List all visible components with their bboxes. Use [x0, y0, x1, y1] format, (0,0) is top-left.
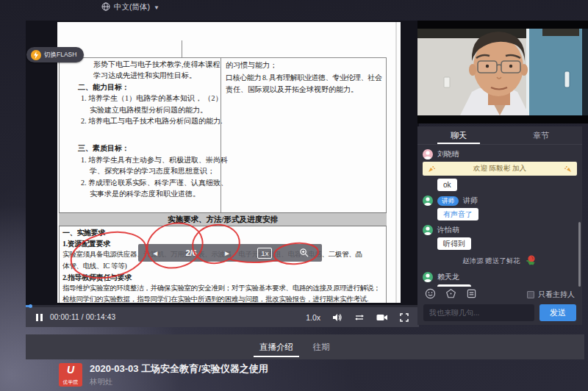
logo-glyph: U: [59, 364, 82, 376]
chat-username: 讲师: [463, 196, 478, 206]
gift-system-message: 赵沛源 赠送了鲜花: [423, 254, 577, 268]
avatar: [423, 149, 433, 159]
slide-heading: 2.指导教师责任与要求: [62, 272, 397, 283]
slide-text: 学习达成先进性和实用性目标。: [93, 70, 222, 81]
slide-text: 体管、电线、IC 等等): [62, 261, 397, 272]
course-list-item[interactable]: U 优学院 2020-03-03 工场安全教育/实验仪器之使用 林明灶: [59, 363, 268, 387]
slide-right-column: 的习惯与能力； 口核心能力 8. 具有理解职业道德、专业伦理、社会 责任、国际观…: [226, 60, 386, 96]
chat-input-row: 发送: [423, 304, 576, 321]
chat-messages: 刘晓晴 欢迎 陈毅彬 加入 ok 讲师 讲师 有声音了: [417, 146, 582, 287]
video-player-area: 形势下电工与电子技术教学,使得本课程 学习达成先进性和实用性目标。 二、能力目标…: [26, 21, 419, 327]
only-host-checkbox[interactable]: [527, 291, 534, 298]
zoom-in-icon[interactable]: [299, 248, 309, 259]
slide-heading: 三、素质目标：: [78, 143, 222, 154]
next-page-icon[interactable]: ►: [223, 249, 231, 257]
chat-tab-bar: 聊天 章节: [417, 126, 582, 145]
avatar: [423, 225, 433, 235]
course-title: 2020-03-03 工场安全教育/实验仪器之使用: [90, 363, 268, 375]
slide-text: 的习惯与能力；: [226, 60, 386, 72]
chat-message-row: 刘晓晴: [423, 148, 577, 160]
slide-text: 检核同学们的实验数据，指导同学们在实验中所遇到的困难与问题，批改实验报告，进行期…: [62, 294, 397, 303]
slide-heading: 一、实施要求: [62, 227, 397, 238]
volume-icon[interactable]: [332, 313, 343, 322]
welcome-banner: 欢迎 陈毅彬 加入: [423, 162, 577, 176]
chat-message-row: 许怡萌: [423, 224, 577, 236]
party-popper-icon: [428, 162, 435, 176]
slide-text: 责任、国际观以及开拓全球视野的能力。: [226, 84, 386, 96]
chat-bubble: 听得到: [437, 237, 471, 250]
page-indicator: 2/6: [185, 248, 196, 257]
logo-text: 优学院: [59, 379, 82, 386]
tab-live-intro[interactable]: 直播介绍: [254, 334, 299, 359]
chat-bubble: ok: [437, 179, 457, 191]
slide-body: 一、实施要求 1.资源配置要求 实验室须具备电源供应器、计算机、万用数字表、示波…: [62, 227, 397, 303]
send-button[interactable]: 发送: [539, 304, 576, 321]
page: 中文(简体) ▼ 形势下电工与电子技术教学,使得本课程 学习达成先进性和实用性目…: [0, 0, 588, 391]
chat-scrollbar[interactable]: [578, 222, 581, 287]
pause-button[interactable]: [36, 314, 43, 321]
slide-left-column: 形势下电工与电子技术教学,使得本课程 学习达成先进性和实用性目标。 二、能力目标…: [74, 59, 222, 199]
document-toolbar: ◄ 2/6 ► 1x: [138, 244, 322, 262]
table-border: [59, 57, 60, 303]
table-border: [182, 40, 182, 57]
chat-input[interactable]: [423, 304, 534, 321]
avatar: [423, 272, 433, 282]
course-instructor: 林明灶: [90, 377, 268, 387]
language-label: 中文(简体): [114, 2, 150, 12]
welcome-banner-text: 欢迎 陈毅彬 加入: [435, 164, 564, 173]
only-host-toggle[interactable]: 只看主持人: [527, 290, 575, 300]
bottom-tab-bar: 直播介绍 往期: [26, 334, 584, 359]
tab-past-sessions[interactable]: 往期: [308, 334, 334, 359]
chat-toolbar: 只看主持人: [417, 287, 582, 303]
chat-message-row: 赖天龙: [423, 271, 577, 283]
chevron-down-icon: ▼: [154, 4, 159, 11]
slide-text: 口核心能力 8. 具有理解职业道德、专业伦理、社会: [226, 72, 386, 85]
slide-text: [74, 126, 222, 143]
party-popper-icon: [564, 162, 572, 176]
globe-icon: [101, 2, 110, 12]
webcam-video-frame: [417, 29, 588, 115]
only-host-label: 只看主持人: [538, 290, 575, 300]
flash-icon: [31, 50, 41, 60]
tab-chapters[interactable]: 章节: [500, 126, 582, 144]
playback-time: 00:00:11 / 00:14:43: [50, 313, 115, 321]
instructor-webcam: [417, 21, 588, 123]
slide-text: 2. 培养电工与电子技术电路分析问题的能力.: [81, 115, 222, 126]
avatar: [423, 196, 433, 206]
chat-username: 赖天龙: [437, 272, 459, 282]
slide-text: 指导维护实验室的环境整洁，并确保实验室的安全准则；对于实验基本要求、电路的连接及…: [62, 283, 397, 294]
slide-text: 1. 培养学生（1）电路学的基本知识， （2）: [81, 93, 222, 104]
fullscreen-icon[interactable]: [400, 313, 409, 322]
flower-icon: [525, 254, 537, 268]
chat-panel: 聊天 章节 刘晓晴 欢迎 陈毅彬 加入 ok: [417, 126, 582, 325]
emoji-icon[interactable]: [425, 288, 436, 302]
player-controls: 00:00:11 / 00:14:43 1.0x: [26, 305, 419, 327]
lecturer-badge: 讲师: [437, 196, 459, 206]
chat-username: 许怡萌: [437, 225, 459, 235]
tab-chat[interactable]: 聊天: [417, 126, 500, 144]
zoom-level[interactable]: 1x: [257, 248, 272, 259]
uxueyuan-logo: U 优学院: [59, 363, 82, 387]
slide-text: 2. 养成理论联系实际、科学严谨、认真细致、: [81, 177, 222, 188]
slide-text: 学、探究科学的学习态度和思想意识；: [90, 165, 222, 176]
language-selector[interactable]: 中文(简体) ▼: [101, 2, 159, 12]
switch-flash-label: 切换FLASH: [44, 51, 76, 60]
table-border: [59, 57, 387, 58]
chat-message-row: 讲师 讲师: [423, 195, 577, 207]
slide-text: 形势下电工与电子技术教学,使得本课程: [93, 59, 222, 70]
slide-text: 实事求是的科学态度和职业道德。: [90, 188, 222, 199]
prev-page-icon[interactable]: ◄: [151, 249, 159, 257]
chat-bubble: 有声音了: [437, 208, 478, 220]
gift-text: 赵沛源 赠送了鲜花: [462, 257, 520, 266]
slide-section-band: 实施要求、方法/形式及进度安排: [59, 212, 387, 226]
playback-speed[interactable]: 1.0x: [306, 313, 320, 322]
slide-heading: 二、能力目标：: [78, 82, 222, 93]
slide-text: 实验建立电路模型分析问题的能力。: [90, 104, 222, 115]
camera-icon[interactable]: [376, 314, 388, 321]
chat-username: 刘晓晴: [437, 149, 459, 159]
notes-icon[interactable]: [466, 288, 477, 302]
slide-document: 形势下电工与电子技术教学,使得本课程 学习达成先进性和实用性目标。 二、能力目标…: [57, 22, 401, 303]
switch-line-icon[interactable]: [354, 313, 365, 322]
switch-flash-button[interactable]: 切换FLASH: [26, 47, 84, 62]
gift-button-icon[interactable]: [445, 288, 456, 302]
